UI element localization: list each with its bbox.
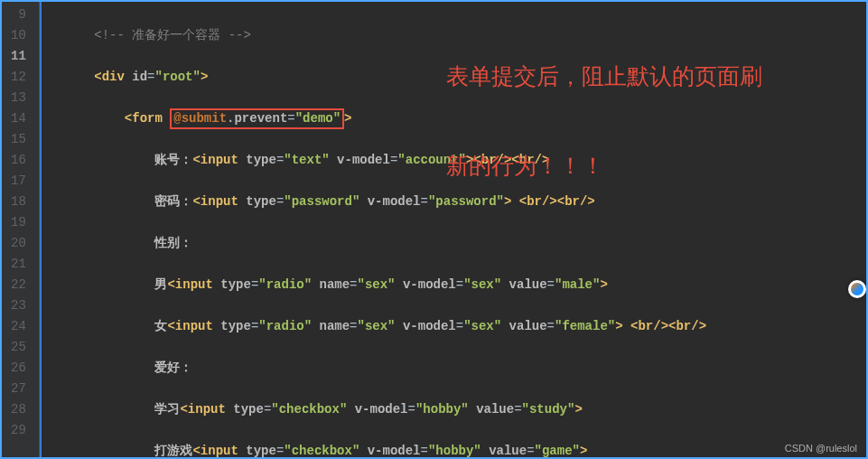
line-number: 28 <box>11 399 26 420</box>
line-number: 15 <box>11 129 26 150</box>
code-line: 男<input type="radio" name="sex" v-model=… <box>49 275 866 295</box>
line-number: 26 <box>11 358 26 379</box>
line-number: 13 <box>11 88 26 108</box>
code-line: 密码：<input type="password" v-model="passw… <box>49 192 866 212</box>
line-number: 18 <box>11 192 26 212</box>
code-line: <!-- 准备好一个容器 --> <box>49 25 866 46</box>
line-number: 27 <box>11 379 26 399</box>
comment: <!-- 准备好一个容器 --> <box>94 28 251 42</box>
line-number: 19 <box>11 212 26 233</box>
line-number: 17 <box>11 171 26 192</box>
code-line: 性别： <box>49 233 866 254</box>
line-number: 25 <box>11 337 26 358</box>
line-number: 20 <box>11 233 26 254</box>
highlighted-directive: @submit.prevent="demo" <box>170 108 344 129</box>
code-line: 女<input type="radio" name="sex" v-model=… <box>49 316 866 337</box>
code-line: 打游戏<input type="checkbox" v-model="hobby… <box>49 441 866 459</box>
line-number-gutter: 9101112131415161718192021222324252627282… <box>2 2 40 457</box>
line-number: 24 <box>11 316 26 337</box>
code-area[interactable]: <!-- 准备好一个容器 --> <div id="root"> <form @… <box>40 2 866 457</box>
watermark-text: CSDN @ruleslol <box>785 443 857 454</box>
line-number: 9 <box>11 5 26 25</box>
code-line: 学习<input type="checkbox" v-model="hobby"… <box>49 399 866 420</box>
line-number: 21 <box>11 254 26 275</box>
line-number: 14 <box>11 108 26 129</box>
line-number: 23 <box>11 295 26 316</box>
line-number: 12 <box>11 67 26 88</box>
code-line: 爱好： <box>49 358 866 379</box>
code-line: 账号：<input type="text" v-model="account">… <box>49 150 866 171</box>
line-number: 22 <box>11 275 26 295</box>
code-line: <div id="root"> <box>49 67 866 88</box>
line-number: 10 <box>11 25 26 46</box>
line-number: 11 <box>11 46 26 67</box>
code-line-active: <form @submit.prevent="demo"> <box>49 108 866 129</box>
code-editor[interactable]: 9101112131415161718192021222324252627282… <box>2 2 866 457</box>
line-number: 16 <box>11 150 26 171</box>
line-number: 29 <box>11 420 26 441</box>
circle-badge-icon <box>848 280 866 298</box>
